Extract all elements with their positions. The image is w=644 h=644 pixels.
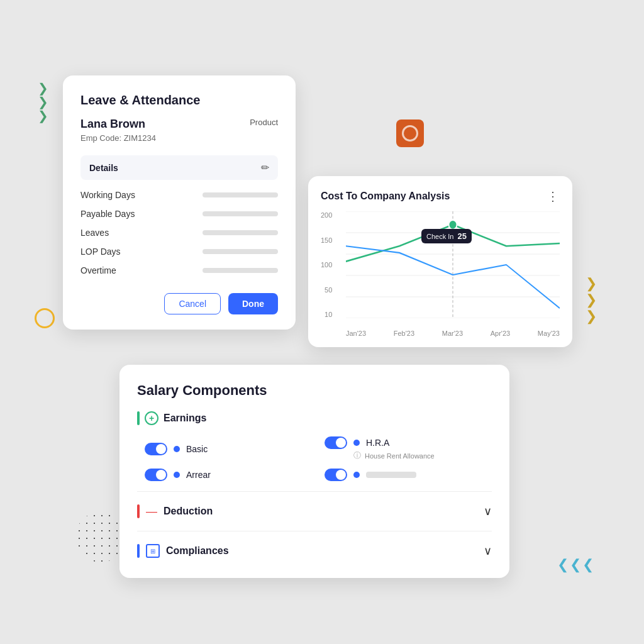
earning-item-extra	[325, 469, 492, 481]
tooltip-label: Check In	[426, 233, 453, 240]
compliances-bar-indicator	[137, 544, 140, 558]
earning-item-basic: Basic	[145, 436, 312, 461]
deco-chevrons-right: ❯ ❯ ❯	[586, 277, 597, 323]
deduction-label: Deduction	[164, 506, 213, 517]
cancel-button[interactable]: Cancel	[164, 293, 221, 314]
deco-circle-left	[35, 308, 55, 328]
basic-dot	[174, 446, 180, 452]
table-row: Leaves	[80, 228, 278, 238]
earning-item-hra: H.R.A ⓘ House Rent Allowance	[325, 436, 492, 461]
arrear-toggle[interactable]	[145, 469, 167, 481]
attendance-rows: Working Days Payable Days Leaves LOP Day…	[80, 190, 278, 275]
y-label-100: 100	[321, 261, 332, 269]
earnings-grid: Basic H.R.A ⓘ House Rent Allowance	[137, 436, 492, 481]
x-label-may: May'23	[538, 330, 560, 337]
x-label-feb: Feb'23	[394, 330, 414, 337]
overtime-bar	[203, 268, 278, 273]
earnings-header: + Earnings	[137, 411, 492, 428]
compliances-chevron-icon: ∨	[484, 544, 492, 558]
arrear-dot	[174, 472, 180, 478]
product-badge: Product	[250, 118, 278, 127]
earnings-bar-indicator	[137, 411, 140, 425]
chart-area: 200 150 100 50 10	[321, 211, 560, 337]
emp-code: Emp Code: ZIM1234	[80, 133, 278, 143]
deduction-chevron-icon: ∨	[484, 504, 492, 518]
extra-dot	[353, 472, 360, 478]
leave-attendance-card: Leave & Attendance Lana Brown Product Em…	[63, 75, 296, 330]
arrear-label: Arrear	[186, 470, 211, 480]
y-label-10: 10	[325, 311, 332, 318]
hra-label: H.R.A	[366, 438, 389, 448]
table-row: Working Days	[80, 190, 278, 200]
x-label-apr: Apr'23	[491, 330, 510, 337]
deduction-left: — Deduction	[137, 504, 213, 518]
y-label-150: 150	[321, 236, 332, 244]
hra-dot	[353, 440, 360, 446]
y-label-200: 200	[321, 211, 332, 219]
ctc-header: Cost To Company Analysis ⋮	[321, 189, 560, 204]
earning-item-arrear: Arrear	[145, 469, 312, 481]
compliances-left: ⊞ Compliances	[137, 544, 229, 558]
chart-y-labels: 200 150 100 50 10	[321, 211, 336, 318]
ctc-analysis-card: Cost To Company Analysis ⋮ 200 150 100 5…	[308, 176, 572, 347]
tooltip-value: 25	[457, 231, 466, 241]
earnings-section: + Earnings Basic H.R.A	[137, 411, 492, 481]
chart-svg-wrap: Check In 25	[346, 211, 560, 318]
hra-info-icon: ⓘ	[353, 450, 361, 461]
working-days-bar	[203, 192, 278, 197]
card-actions: Cancel Done	[80, 293, 278, 314]
deduction-minus-icon: —	[146, 505, 157, 518]
basic-toggle[interactable]	[145, 443, 167, 455]
compliances-label: Compliances	[166, 545, 229, 557]
x-label-jan: Jan'23	[346, 330, 366, 337]
earnings-label: Earnings	[164, 413, 206, 424]
employee-row: Lana Brown Product	[80, 118, 278, 131]
deduction-section[interactable]: — Deduction ∨	[137, 499, 492, 523]
overtime-label: Overtime	[80, 265, 116, 275]
table-row: LOP Days	[80, 247, 278, 257]
salary-components-card: Salary Components + Earnings Basic	[119, 365, 509, 578]
svg-point-7	[449, 220, 457, 230]
chart-tooltip: Check In 25	[421, 229, 472, 243]
lop-days-label: LOP Days	[80, 247, 121, 257]
x-label-mar: Mar'23	[442, 330, 463, 337]
divider-2	[137, 531, 492, 531]
y-label-50: 50	[325, 286, 332, 294]
ctc-menu-icon[interactable]: ⋮	[547, 189, 560, 204]
edit-icon[interactable]: ✏	[261, 162, 269, 174]
deco-dots-bottom-left	[75, 512, 126, 562]
divider-1	[137, 491, 492, 492]
details-label: Details	[89, 163, 118, 173]
basic-label: Basic	[186, 444, 208, 454]
leaves-bar	[203, 230, 278, 235]
details-section: Details ✏	[80, 155, 278, 180]
employee-name: Lana Brown	[80, 118, 145, 131]
deco-chevrons-bottom-right: ❮ ❮ ❮	[557, 558, 594, 572]
earnings-plus-icon: +	[145, 411, 158, 425]
table-row: Overtime	[80, 265, 278, 275]
chart-svg	[346, 211, 560, 318]
hra-sublabel: House Rent Allowance	[365, 452, 435, 460]
salary-components-title: Salary Components	[137, 382, 492, 399]
ctc-title: Cost To Company Analysis	[321, 191, 450, 202]
extra-bar	[366, 472, 416, 478]
table-row: Payable Days	[80, 209, 278, 219]
done-button[interactable]: Done	[228, 293, 278, 314]
deco-chevrons-top-left: ❯ ❯ ❯	[38, 82, 48, 122]
chart-x-labels: Jan'23 Feb'23 Mar'23 Apr'23 May'23	[346, 330, 560, 337]
hra-toggle[interactable]	[325, 436, 347, 449]
deduction-bar-indicator	[137, 504, 140, 518]
payable-days-bar	[203, 211, 278, 216]
working-days-label: Working Days	[80, 190, 135, 200]
compliances-section[interactable]: ⊞ Compliances ∨	[137, 539, 492, 563]
deco-orange-icon	[396, 119, 424, 147]
compliances-grid-icon: ⊞	[146, 544, 160, 558]
scene: ❯ ❯ ❯ ❯ ❯ ❯ ❮ ❮ ❮ Leave & Attendance Lan…	[0, 0, 644, 644]
lop-days-bar	[203, 249, 278, 254]
leave-card-title: Leave & Attendance	[80, 93, 278, 108]
extra-toggle[interactable]	[325, 469, 347, 481]
payable-days-label: Payable Days	[80, 209, 135, 219]
leaves-label: Leaves	[80, 228, 109, 238]
